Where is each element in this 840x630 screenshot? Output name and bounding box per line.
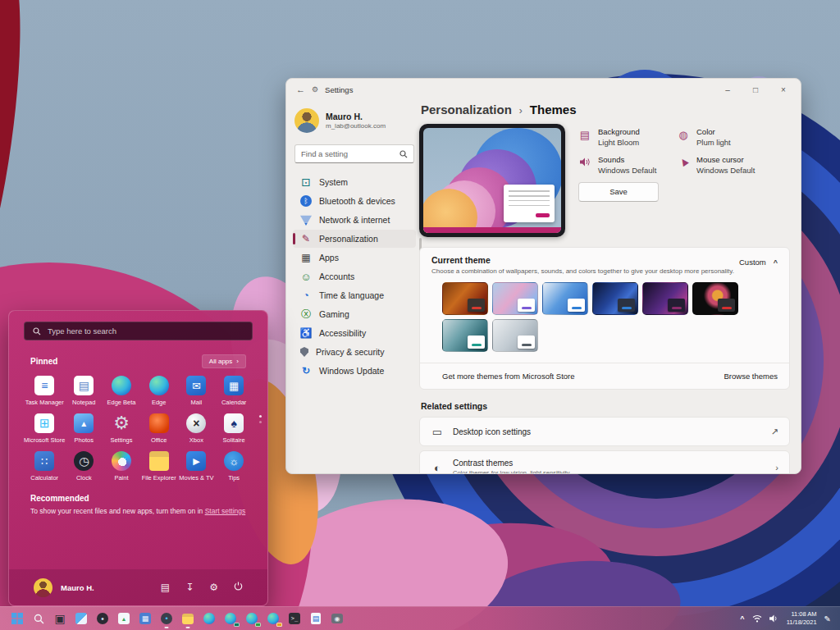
app-edge[interactable]: Edge <box>140 374 178 406</box>
theme-thumbnail-blue-bloom[interactable] <box>542 282 588 315</box>
sidebar-item-gaming[interactable]: ⓧGaming <box>293 305 416 323</box>
theme-thumbnail-purple-glow[interactable] <box>642 282 688 315</box>
start-button[interactable] <box>9 609 26 628</box>
theme-thumbnail-dark-bloom[interactable] <box>592 282 638 315</box>
taskbar-search-button[interactable] <box>30 609 48 628</box>
related-settings-title: Related settings <box>421 401 790 411</box>
pen-icon[interactable]: ✎ <box>824 614 831 623</box>
app-photos[interactable]: ▲Photos <box>65 412 103 444</box>
taskbar-screenshot-button[interactable]: ◉ <box>329 609 346 628</box>
taskbar-terminal-button[interactable]: >_ <box>286 609 304 628</box>
sidebar-item-privacy[interactable]: Privacy & security <box>293 343 416 361</box>
theme-mini-window <box>468 299 485 312</box>
app-solitaire[interactable]: ♠Solitaire <box>215 412 253 444</box>
taskbar-media-button[interactable]: ▦ <box>137 609 154 628</box>
sidebar-item-apps[interactable]: ▦Apps <box>293 249 416 267</box>
close-button[interactable]: × <box>769 80 797 99</box>
breadcrumb-personalization[interactable]: Personalization <box>421 103 512 116</box>
store-icon: ⊞ <box>34 413 54 433</box>
user-profile[interactable]: Mauro H. m_lab@outlook.com <box>293 105 416 136</box>
app-mail[interactable]: ✉Mail <box>178 374 216 406</box>
taskbar-edge-beta-button[interactable] <box>222 609 240 628</box>
sidebar-item-personalization[interactable]: ✎Personalization <box>293 230 416 248</box>
sidebar-item-label: Time & language <box>319 290 384 300</box>
sidebar-item-network[interactable]: Network & internet <box>293 211 416 229</box>
app-clock[interactable]: ◷Clock <box>65 450 103 482</box>
app-movies-tv[interactable]: ▶Movies & TV <box>178 450 216 482</box>
downloads-icon[interactable]: ↧ <box>185 582 194 593</box>
aspect-value: Light Bloom <box>598 138 640 147</box>
power-icon[interactable] <box>234 582 243 593</box>
app-microsoft-store[interactable]: ⊞Microsoft Store <box>24 412 65 444</box>
app-paint[interactable]: Paint <box>103 450 140 482</box>
sidebar-item-system[interactable]: ⊡System <box>293 173 416 191</box>
taskbar-photos-button[interactable]: ▲ <box>116 609 133 628</box>
theme-thumbnail-dark-flower[interactable] <box>692 282 738 315</box>
taskbar-document-button[interactable]: ▤ <box>308 609 325 628</box>
app-settings[interactable]: ⚙Settings <box>103 412 140 444</box>
footer-user-name[interactable]: Mauro H. <box>61 583 94 592</box>
office-icon <box>149 413 169 433</box>
chevron-up-icon[interactable]: ^ <box>774 258 778 267</box>
start-menu-footer: Mauro H. ▤ ↧ ⚙ <box>9 569 267 605</box>
edge-beta-badge <box>234 623 240 627</box>
app-file-explorer[interactable]: File Explorer <box>140 450 178 482</box>
theme-thumbnail-bridge[interactable] <box>442 319 488 352</box>
all-apps-button[interactable]: All apps › <box>202 354 246 368</box>
theme-thumbnail-bloom-light[interactable] <box>492 282 538 315</box>
start-settings-link[interactable]: Start settings <box>205 507 246 515</box>
contrast-themes-row[interactable]: ◐ Contrast themes Color themes for low v… <box>419 450 790 474</box>
taskbar-edge-dev-button[interactable] <box>244 609 261 628</box>
current-theme-header[interactable]: Current theme Choose a combination of wa… <box>420 248 789 281</box>
apps-icon: ▦ <box>300 252 312 263</box>
app-xbox[interactable]: ×Xbox <box>178 412 216 444</box>
app-calendar[interactable]: ▦Calendar <box>215 374 253 406</box>
related-item-label: Desktop icon settings <box>453 427 531 436</box>
sidebar-item-accounts[interactable]: ☺Accounts <box>293 267 416 285</box>
sidebar-item-windows-update[interactable]: ↻Windows Update <box>293 362 416 380</box>
sidebar-item-time-language[interactable]: ◔Time & language <box>293 286 416 304</box>
theme-thumbnail-bird[interactable] <box>492 319 538 352</box>
taskbar-settings-button[interactable]: • <box>158 609 176 628</box>
app-edge-beta[interactable]: Edge Beta <box>103 374 140 406</box>
avatar[interactable] <box>34 578 52 597</box>
sidebar-item-accessibility[interactable]: ♿Accessibility <box>293 324 416 342</box>
speaker-icon[interactable] <box>769 611 779 626</box>
wifi-icon[interactable] <box>752 611 762 626</box>
settings-gear-icon[interactable]: ⚙ <box>209 582 218 593</box>
taskbar-edge-canary-button[interactable] <box>265 609 282 628</box>
settings-search-input[interactable]: Find a setting <box>294 144 414 163</box>
desktop-icon-settings-row[interactable]: ▭ Desktop icon settings ↗ <box>419 417 790 446</box>
save-button[interactable]: Save <box>578 182 659 202</box>
photos-icon: ▲ <box>74 413 94 433</box>
aspect-value: Windows Default <box>696 166 755 175</box>
app-tips[interactable]: ☼Tips <box>215 450 253 482</box>
start-menu: Type here to search Pinned All apps › ≡T… <box>8 310 268 606</box>
maximize-button[interactable]: □ <box>742 80 769 99</box>
sidebar-item-bluetooth[interactable]: ᛒBluetooth & devices <box>293 192 416 210</box>
aspect-background: ▤ Background Light Bloom <box>578 127 670 147</box>
theme-preview <box>419 124 565 237</box>
pinned-page-dots[interactable] <box>259 415 262 423</box>
app-notepad[interactable]: ▤Notepad <box>65 374 103 406</box>
browse-themes-button[interactable]: Browse themes <box>724 372 778 381</box>
widgets-button[interactable] <box>73 609 90 628</box>
recommended-hint-text: To show your recent files and new apps, … <box>30 507 205 515</box>
taskbar-clock[interactable]: 11:08 AM 11/18/2021 <box>787 610 817 627</box>
taskbar-file-explorer-button[interactable] <box>180 609 197 628</box>
sounds-icon <box>578 156 591 169</box>
app-label: Mail <box>191 399 203 406</box>
movies-icon: ▶ <box>186 451 206 471</box>
taskbar-edge-button[interactable] <box>201 609 218 628</box>
documents-icon[interactable]: ▤ <box>161 582 170 593</box>
minimize-button[interactable]: – <box>714 80 742 99</box>
task-view-button[interactable]: ▣ <box>52 609 69 628</box>
start-search-input[interactable]: Type here to search <box>24 322 253 340</box>
app-calculator[interactable]: ∷Calculator <box>24 450 65 482</box>
app-office[interactable]: Office <box>140 412 178 444</box>
theme-thumbnail-autumn[interactable] <box>442 282 488 315</box>
chat-button[interactable]: • <box>94 609 112 628</box>
back-icon[interactable]: ← <box>296 84 305 94</box>
tray-overflow-chevron[interactable]: ^ <box>740 614 744 623</box>
app-task-manager[interactable]: ≡Task Manager <box>24 374 65 406</box>
